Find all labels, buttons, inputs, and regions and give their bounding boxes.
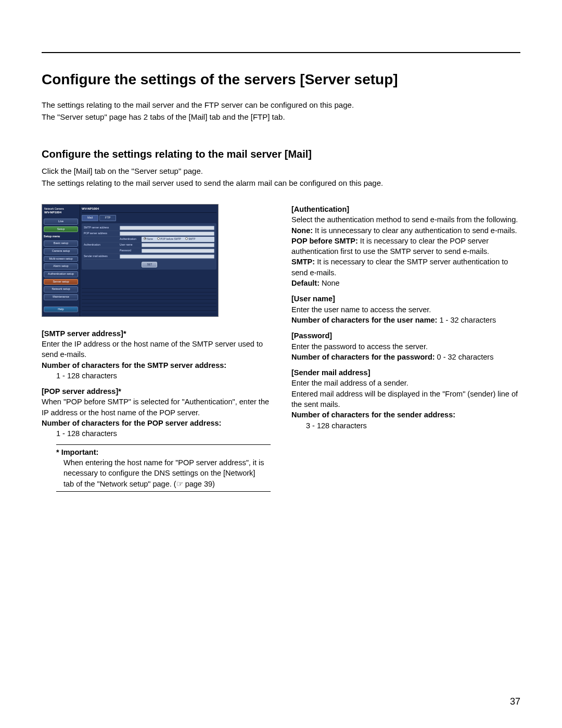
user-body: Enter the user name to access the server… xyxy=(291,304,520,315)
smtp-body: Enter the IP address or the host name of… xyxy=(42,339,271,360)
smtp-input[interactable] xyxy=(120,226,214,230)
sender-title: [Sender mail address] xyxy=(291,367,520,378)
auth-smtp-label: SMTP: xyxy=(291,258,315,266)
sidebar-item-multiscreen-setup[interactable]: Multi-screen setup xyxy=(44,256,78,262)
pop-title: [POP server address]* xyxy=(42,386,271,397)
pass-chars-label: Number of characters for the password: xyxy=(291,353,435,361)
sub-intro-1: Click the [Mail] tab on the "Server setu… xyxy=(42,165,520,176)
important-note: * Important: When entering the host name… xyxy=(56,444,271,492)
pass-title: [Password] xyxy=(291,330,520,341)
sidebar-item-auth-setup[interactable]: Authentication setup xyxy=(44,271,78,277)
sub-intro-2: The settings relating to the mail server… xyxy=(42,177,520,188)
smtp-label: SMTP server address xyxy=(84,226,118,229)
intro-line-2: The "Server setup" page has 2 tabs of th… xyxy=(42,111,520,122)
sender-label: Sender mail address xyxy=(84,254,118,258)
server-setup-screenshot: Network Camera WV-NP1004 Live Setup Setu… xyxy=(42,204,219,317)
user-title: [User name] xyxy=(291,293,520,304)
pass-input[interactable] xyxy=(142,249,214,253)
user-chars-value: 1 - 32 characters xyxy=(437,316,496,324)
auth-title: [Authentication] xyxy=(291,204,520,214)
smtp-chars-label: Number of characters for the SMTP server… xyxy=(42,361,226,369)
sidebar-item-network-setup[interactable]: Network setup xyxy=(44,286,78,292)
tab-ftp[interactable]: FTP xyxy=(99,215,116,221)
sender-chars-label: Number of characters for the sender addr… xyxy=(291,411,455,419)
important-title: * Important: xyxy=(56,447,267,457)
auth-popb-label: POP before SMTP: xyxy=(291,237,358,245)
live-button[interactable]: Live xyxy=(44,219,78,225)
radio-none[interactable] xyxy=(144,237,146,240)
auth-smtp-body: It is necessary to clear the SMTP server… xyxy=(291,258,508,276)
auth-default-value: None xyxy=(320,279,340,287)
radio-smtp[interactable] xyxy=(185,237,188,240)
sender-chars-value: 3 - 128 characters xyxy=(291,420,520,431)
sender-input[interactable] xyxy=(120,254,214,259)
auth-default-label: Default: xyxy=(291,279,320,287)
sender-body-1: Enter the mail address of a sender. xyxy=(291,378,520,388)
user-label: User name xyxy=(120,243,139,247)
sidebar-item-camera-setup[interactable]: Camera setup xyxy=(44,248,78,254)
pass-body: Enter the password to access the server. xyxy=(291,341,520,352)
pop-chars-value: 1 - 128 characters xyxy=(42,428,271,439)
intro-block: The settings relating to the mail server… xyxy=(42,99,520,122)
auth-spacer: Authentication xyxy=(84,243,118,247)
radio-pop-before-smtp[interactable] xyxy=(157,237,160,240)
smtp-title: [SMTP server address]* xyxy=(42,328,271,339)
brand-logo: Network Camera WV-NP1004 xyxy=(44,207,78,217)
sender-body-2: Entered mail address will be displayed i… xyxy=(291,389,520,410)
pop-chars-label: Number of characters for the POP server … xyxy=(42,419,221,427)
top-rule xyxy=(42,52,520,53)
smtp-chars-value: 1 - 128 characters xyxy=(42,371,271,381)
decorative-stripes xyxy=(82,285,216,314)
pop-input[interactable] xyxy=(120,232,214,236)
setup-menu-heading: Setup menu xyxy=(44,234,78,239)
pop-body: When "POP before SMTP" is selected for "… xyxy=(42,397,271,418)
sidebar-item-maintenance[interactable]: Maintenance xyxy=(44,294,78,300)
sub-intro-block: Click the [Mail] tab on the "Server setu… xyxy=(42,165,520,188)
set-button[interactable]: SET xyxy=(142,262,157,267)
sidebar-item-basic-setup[interactable]: Basic setup xyxy=(44,240,78,247)
setup-button[interactable]: Setup xyxy=(44,226,78,233)
section-subtitle: Configure the settings relating to the m… xyxy=(42,148,520,160)
help-button[interactable]: Help xyxy=(44,306,78,313)
tab-mail[interactable]: Mail xyxy=(82,215,98,221)
user-input[interactable] xyxy=(142,243,214,247)
page-title: Configure the settings of the servers [S… xyxy=(42,71,520,88)
intro-line-1: The settings relating to the mail server… xyxy=(42,99,520,110)
sidebar-item-server-setup[interactable]: Server setup xyxy=(44,279,78,285)
important-body: When entering the host name for "POP ser… xyxy=(56,457,267,489)
sidebar-item-alarm-setup[interactable]: Alarm setup xyxy=(44,263,78,270)
pop-label: POP server address xyxy=(84,232,118,235)
page-number: 37 xyxy=(510,696,520,707)
pass-chars-value: 0 - 32 characters xyxy=(435,353,494,361)
auth-radio-group: None POP before SMTP SMTP xyxy=(142,237,214,242)
pass-label: Password xyxy=(120,249,139,252)
model-label: WV-NP1004 xyxy=(82,207,99,210)
auth-none-label: None: xyxy=(291,226,313,235)
auth-body: Select the authentication method to send… xyxy=(291,214,520,225)
user-chars-label: Number of characters for the user name: xyxy=(291,316,437,324)
auth-none-body: It is unnecessary to clear any authentic… xyxy=(313,226,517,235)
auth-label: Authentication xyxy=(120,237,139,241)
